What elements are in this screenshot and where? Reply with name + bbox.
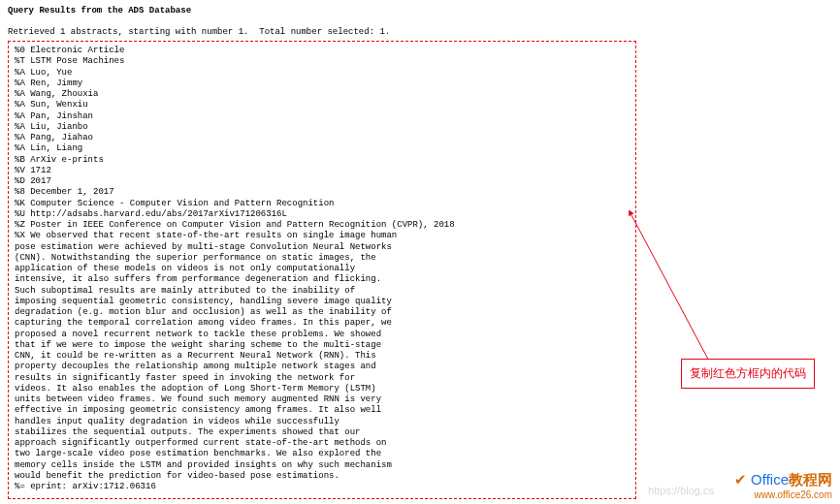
record-line: %A Pang, Jiahao <box>15 133 630 143</box>
record-line: Such suboptimal results are mainly attri… <box>15 286 630 297</box>
record-line: %X We observed that recent state-of-the-… <box>15 231 630 241</box>
record-line: %A Sun, Wenxiu <box>15 100 630 110</box>
logo-prefix: Office <box>751 471 789 488</box>
record-line: imposing sequential geometric consistenc… <box>15 297 630 307</box>
record-line: application of these models on videos is… <box>15 264 630 274</box>
record-line: %A Ren, Jimmy <box>15 79 630 89</box>
record-line: capturing the temporal correlation among… <box>15 318 630 329</box>
record-line: videos. It also enables the adoption of … <box>15 384 630 394</box>
record-line: %A Lin, Liang <box>15 143 630 154</box>
logo-text: ✔ Office教程网 <box>734 471 832 489</box>
record-line: %B ArXiv e-prints <box>15 155 630 166</box>
record-line: would benefit the prediction for video-b… <box>15 471 630 482</box>
record-line: units between video frames. We found suc… <box>15 394 630 405</box>
record-line: %V 1712 <box>15 166 630 176</box>
record-line: %A Liu, Jianbo <box>15 122 630 133</box>
watermark-blog: https://blog.cs <box>648 485 714 496</box>
record-line: %= eprint: arXiv:1712.06316 <box>15 482 630 492</box>
record-box[interactable]: %0 Electronic Article%T LSTM Pose Machin… <box>8 41 636 499</box>
record-line: %K Computer Science - Computer Vision an… <box>15 199 630 209</box>
record-line: that if we were to impose the weight sha… <box>15 340 630 351</box>
record-line: memory cells inside the LSTM and provide… <box>15 460 630 471</box>
page-title: Query Results from the ADS Database <box>8 6 832 16</box>
record-line: %A Luo, Yue <box>15 68 630 79</box>
record-line: two large-scale video pose estimation be… <box>15 449 630 459</box>
annotation-arrow <box>621 204 737 378</box>
annotation-label: 复制红色方框内的代码 <box>681 359 815 389</box>
record-line: handles input quality degradation in vid… <box>15 417 630 427</box>
header: Query Results from the ADS Database Retr… <box>0 0 840 37</box>
record-line: intensive, it also suffers from performa… <box>15 274 630 285</box>
record-line: CNN, it could be re-written as a Recurre… <box>15 351 630 362</box>
record-line: %D 2017 <box>15 176 630 187</box>
record-line: proposed a novel recurrent network to ta… <box>15 330 630 340</box>
record-line: %Z Poster in IEEE Conference on Computer… <box>15 220 630 231</box>
svg-line-0 <box>630 213 713 368</box>
record-line: %T LSTM Pose Machines <box>15 56 630 67</box>
retrieved-line: Retrieved 1 abstracts, starting with num… <box>8 27 832 37</box>
logo-check-icon: ✔ <box>734 471 747 488</box>
site-logo: ✔ Office教程网 www.office26.com <box>734 471 832 500</box>
record-line: degradation (e.g. motion blur and occlus… <box>15 307 630 318</box>
logo-url: www.office26.com <box>734 489 832 500</box>
record-line: %0 Electronic Article <box>15 46 630 56</box>
logo-suffix: 教程网 <box>789 471 832 488</box>
record-line: results in significantly faster speed in… <box>15 373 630 384</box>
record-line: property decouples the relationship amon… <box>15 362 630 372</box>
record-line: stabilizes the sequential outputs. The e… <box>15 427 630 438</box>
record-line: %U http://adsabs.harvard.edu/abs/2017arX… <box>15 209 630 220</box>
record-line: (CNN). Notwithstanding the superior perf… <box>15 253 630 264</box>
record-line: %8 December 1, 2017 <box>15 187 630 198</box>
record-line: effective in imposing geometric consiste… <box>15 405 630 416</box>
record-line: %A Pan, Jinshan <box>15 111 630 122</box>
record-line: %A Wang, Zhouxia <box>15 89 630 100</box>
record-line: pose estimation were achieved by multi-s… <box>15 242 630 253</box>
record-line: approach significantly outperformed curr… <box>15 438 630 449</box>
